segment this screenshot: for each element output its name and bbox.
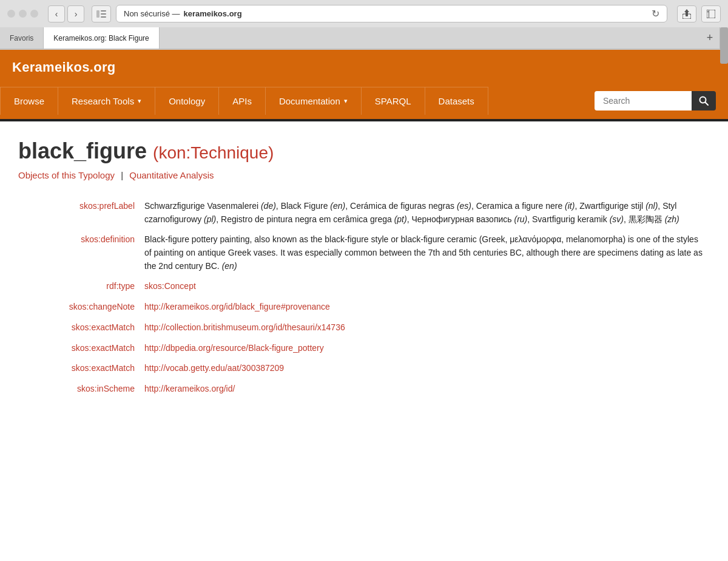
prop-label-exactmatch1: skos:exactMatch bbox=[18, 318, 140, 338]
prop-value-inscheme: http://kerameikos.org/id/ bbox=[140, 379, 710, 399]
prop-value-changenote: http://kerameikos.org/id/black_figure#pr… bbox=[140, 297, 710, 318]
table-row: skos:definition Black-figure pottery pai… bbox=[18, 229, 710, 276]
prop-value-preflabel: Schwarzfigurige Vasenmalerei (de), Black… bbox=[140, 196, 710, 229]
search-area bbox=[488, 83, 728, 119]
minimize-button[interactable] bbox=[19, 10, 27, 18]
tab-black-figure[interactable]: Kerameikos.org: Black Figure bbox=[44, 27, 159, 49]
back-button[interactable]: ‹ bbox=[48, 5, 65, 22]
content-inner: black_figure (kon:Technique) Objects of … bbox=[18, 138, 710, 399]
svg-rect-1 bbox=[101, 10, 106, 12]
table-row: skos:exactMatch http://vocab.getty.edu/a… bbox=[18, 358, 710, 379]
svg-rect-9 bbox=[707, 12, 709, 12]
svg-rect-7 bbox=[707, 10, 715, 18]
site-logo[interactable]: Kerameikos.org bbox=[0, 50, 728, 83]
typology-link[interactable]: Objects of this Typology bbox=[18, 170, 115, 180]
svg-rect-8 bbox=[709, 10, 709, 18]
page-title: black_figure (kon:Technique) bbox=[18, 138, 710, 164]
browser-tabs: Favoris Kerameikos.org: Black Figure + bbox=[0, 27, 728, 49]
new-tab-add-button[interactable]: + bbox=[700, 27, 720, 49]
nav-documentation[interactable]: Documentation ▾ bbox=[266, 87, 362, 115]
separator: | bbox=[121, 170, 123, 180]
nav-browse[interactable]: Browse bbox=[0, 87, 58, 115]
page-title-text: black_figure bbox=[18, 138, 147, 163]
prop-label-preflabel: skos:prefLabel bbox=[18, 196, 140, 229]
search-icon bbox=[699, 96, 709, 106]
documentation-dropdown-arrow: ▾ bbox=[344, 97, 348, 105]
prop-value-exactmatch1: http://collection.britishmuseum.org/id/t… bbox=[140, 318, 710, 338]
sidebar-button[interactable] bbox=[92, 5, 111, 22]
url-domain: kerameikos.org bbox=[183, 9, 241, 18]
nav-research-tools[interactable]: Research Tools ▾ bbox=[58, 87, 155, 115]
nav-sparql[interactable]: SPARQL bbox=[362, 87, 425, 115]
prop-label-changenote: skos:changeNote bbox=[18, 297, 140, 318]
nav-ontology[interactable]: Ontology bbox=[155, 87, 219, 115]
quantitative-analysis-link[interactable]: Quantitative Analysis bbox=[129, 170, 214, 180]
traffic-lights bbox=[7, 10, 38, 18]
concept-type: (kon:Technique) bbox=[153, 143, 274, 162]
nav-datasets[interactable]: Datasets bbox=[425, 87, 488, 115]
new-tab-button[interactable] bbox=[701, 5, 721, 22]
prop-value-exactmatch2: http://dbpedia.org/resource/Black-figure… bbox=[140, 338, 710, 359]
table-row: rdf:type skos:Concept bbox=[18, 276, 710, 297]
inscheme-link[interactable]: http://kerameikos.org/id/ bbox=[144, 384, 235, 393]
svg-rect-0 bbox=[96, 10, 99, 18]
forward-button[interactable]: › bbox=[67, 5, 84, 22]
search-input[interactable] bbox=[595, 91, 692, 110]
url-prefix: Non sécurisé — bbox=[124, 9, 180, 18]
close-button[interactable] bbox=[7, 10, 15, 18]
property-table: skos:prefLabel Schwarzfigurige Vasenmale… bbox=[18, 196, 710, 399]
prop-value-definition: Black-figure pottery painting, also know… bbox=[140, 229, 710, 276]
url-bar[interactable]: Non sécurisé — kerameikos.org ↻ bbox=[116, 5, 667, 22]
refresh-icon[interactable]: ↻ bbox=[652, 8, 659, 19]
research-tools-dropdown-arrow: ▾ bbox=[138, 97, 141, 105]
prop-label-exactmatch3: skos:exactMatch bbox=[18, 358, 140, 379]
prop-value-rdftype: skos:Concept bbox=[140, 276, 710, 297]
prop-label-definition: skos:definition bbox=[18, 229, 140, 276]
table-row: skos:prefLabel Schwarzfigurige Vasenmale… bbox=[18, 196, 710, 229]
main-content: black_figure (kon:Technique) Objects of … bbox=[0, 121, 728, 424]
table-row: skos:changeNote http://kerameikos.org/id… bbox=[18, 297, 710, 318]
exactmatch1-link[interactable]: http://collection.britishmuseum.org/id/t… bbox=[144, 322, 345, 332]
changenote-link[interactable]: http://kerameikos.org/id/black_figure#pr… bbox=[144, 302, 330, 311]
table-row: skos:exactMatch http://dbpedia.org/resou… bbox=[18, 338, 710, 359]
search-button[interactable] bbox=[692, 91, 716, 110]
rdftype-link[interactable]: skos:Concept bbox=[144, 281, 196, 291]
site-header: Kerameikos.org Browse Research Tools ▾ O… bbox=[0, 50, 728, 119]
prop-value-exactmatch3: http://vocab.getty.edu/aat/300387209 bbox=[140, 358, 710, 379]
nav-buttons: ‹ › bbox=[48, 5, 84, 22]
prop-label-inscheme: skos:inScheme bbox=[18, 379, 140, 399]
titlebar: ‹ › Non sécurisé — kerameikos.org ↻ bbox=[0, 0, 728, 27]
svg-rect-2 bbox=[101, 13, 106, 15]
tab-favoris[interactable]: Favoris bbox=[0, 27, 44, 49]
prop-label-exactmatch2: skos:exactMatch bbox=[18, 338, 140, 359]
toolbar-right bbox=[677, 5, 721, 22]
scrollbar[interactable] bbox=[720, 27, 728, 49]
browser-chrome: ‹ › Non sécurisé — kerameikos.org ↻ Favo… bbox=[0, 0, 728, 50]
site-nav: Browse Research Tools ▾ Ontology APIs Do… bbox=[0, 87, 488, 115]
share-button[interactable] bbox=[677, 5, 696, 22]
scrollbar-thumb bbox=[720, 27, 728, 64]
maximize-button[interactable] bbox=[30, 10, 38, 18]
svg-marker-5 bbox=[684, 9, 689, 12]
exactmatch3-link[interactable]: http://vocab.getty.edu/aat/300387209 bbox=[144, 363, 284, 373]
nav-apis[interactable]: APIs bbox=[219, 87, 266, 115]
svg-rect-3 bbox=[101, 16, 106, 18]
typology-links: Objects of this Typology | Quantitative … bbox=[18, 170, 710, 180]
table-row: skos:exactMatch http://collection.britis… bbox=[18, 318, 710, 338]
prop-label-rdftype: rdf:type bbox=[18, 276, 140, 297]
svg-line-11 bbox=[706, 103, 709, 106]
exactmatch2-link[interactable]: http://dbpedia.org/resource/Black-figure… bbox=[144, 343, 324, 353]
table-row: skos:inScheme http://kerameikos.org/id/ bbox=[18, 379, 710, 399]
